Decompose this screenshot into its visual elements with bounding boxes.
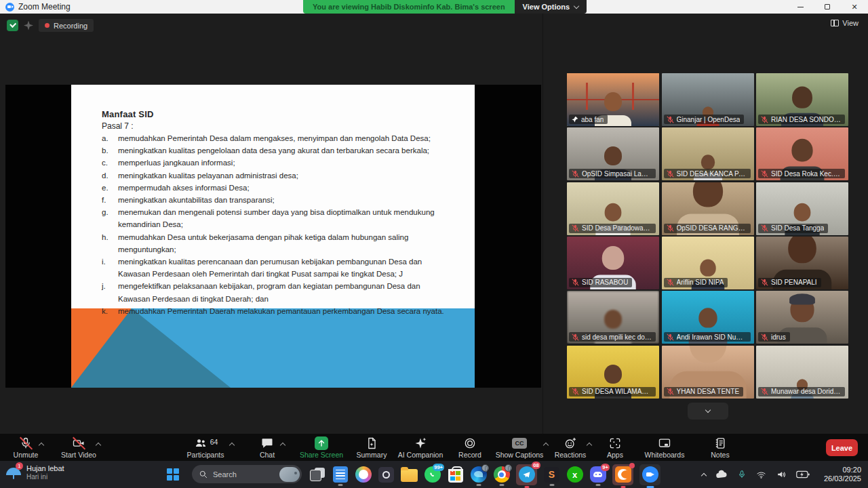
file-explorer-icon[interactable] [401,466,418,483]
participant-tile[interactable]: Andi Irawan SID Nunggi [662,291,754,344]
participant-name: OpSID Simpasai Lambu [582,170,652,178]
chrome-browser-icon[interactable] [493,466,510,483]
encryption-shield-icon[interactable] [7,20,18,31]
participant-tile[interactable]: sid desa mpili kec don... [567,291,659,344]
chevron-down-icon [574,3,579,8]
viewing-banner-text: You are viewing Habib Diskominfo Kab. Bi… [303,0,515,14]
apps-icon [599,436,631,450]
participant-tile[interactable]: SID DESA KANCA PAR... [662,127,754,180]
copilot-icon[interactable] [355,466,372,483]
pin-icon [572,116,578,123]
apps-button[interactable]: Apps [599,434,631,461]
wifi-icon[interactable] [755,470,767,480]
participants-label: Participants [177,451,234,459]
close-button[interactable]: ✕ [841,0,868,14]
show-captions-button[interactable]: CC Show Captions [490,434,549,461]
search-placeholder: Search [213,470,279,479]
microsoft-store-icon[interactable] [447,466,464,483]
participant-name: Munawar desa Doridu... [771,388,841,395]
slide-list-item: e.mempermudah akses informasi Desa; [102,182,451,194]
participant-tile[interactable]: YHAN DESA TENTE [662,346,754,399]
participant-name: SID Desa Paradowane ... [582,224,652,232]
participant-tile[interactable]: idrus [756,291,848,344]
sublime-text-icon[interactable]: S [543,466,560,483]
chat-icon [248,436,286,450]
umbrella-icon: 1 [5,464,22,481]
start-button[interactable] [167,468,179,481]
weather-condition: Hujan lebat [26,464,64,473]
leave-button[interactable]: Leave [826,439,858,456]
notes-button[interactable]: Notes [703,434,738,461]
telegram-icon[interactable]: 08 [516,464,537,485]
view-layout-button[interactable]: View [831,19,859,27]
unmute-button[interactable]: Unmute [7,434,45,461]
mic-muted-icon [667,333,674,341]
participants-grid: aba fanGinanjar | OpenDesaRIAN DESA SOND… [567,73,852,400]
show-more-participants-button[interactable] [688,403,728,420]
mic-muted-icon [761,279,768,286]
opensid-icon[interactable] [612,464,633,485]
telegram-badge: 08 [532,462,540,469]
participant-label: SID PENAPALI [758,278,821,287]
battery-charging-icon[interactable] [796,470,810,479]
share-screen-button[interactable]: Share Screen [296,434,347,461]
weather-period: Hari ini [26,473,64,481]
reactions-button[interactable]: Reactions [549,434,591,461]
onedrive-cloud-icon[interactable] [715,469,728,480]
whatsapp-icon[interactable]: 99+ [424,466,441,483]
task-view-button[interactable] [309,466,326,483]
maximize-button[interactable] [814,0,841,14]
mic-muted-icon [572,224,579,232]
summary-button[interactable]: Summary [351,434,392,461]
participant-tile[interactable]: SID Desa Paradowane ... [567,182,659,235]
discord-icon[interactable]: 9+ [589,466,606,483]
whiteboards-button[interactable]: Whiteboards [636,434,693,461]
participant-tile[interactable]: Ginanjar | OpenDesa [662,73,754,126]
hidden-icons-chevron[interactable] [701,472,707,478]
taskbar-clock[interactable]: 09:20 26/03/2025 [824,466,861,483]
participant-tile[interactable]: SID Desa Roka Kec. Bel... [756,127,848,180]
ai-companion-status-icon[interactable] [24,21,33,30]
participant-name: Ariflin SID NIPA [677,279,724,286]
participant-tile[interactable]: RIAN DESA SONDOSI... [756,73,848,126]
speaker-icon[interactable] [776,469,787,480]
reactions-label: Reactions [549,451,591,459]
meeting-area: Recording View Manfaat SID Pasal 7 : a.m… [0,14,868,434]
view-options-button[interactable]: View Options [515,0,587,14]
slide-list-item: d.meningkatkan kualitas pelayanan admini… [102,169,451,182]
edge-browser-icon[interactable] [470,466,487,483]
record-button[interactable]: Record [453,434,487,461]
participant-name: SID Desa Roka Kec. Bel... [771,170,841,178]
participant-tile[interactable]: aba fan [567,73,659,126]
zoom-taskbar-icon[interactable] [639,464,660,485]
ai-companion-button[interactable]: AI Companion [393,434,448,461]
participant-tile[interactable]: SID Desa Tangga [756,182,848,235]
participant-name: OpSID DESA RANGGA... [677,224,747,232]
participant-tile[interactable]: SID RASABOU [567,237,659,289]
participant-tile[interactable]: Munawar desa Doridu... [756,346,848,399]
participants-button[interactable]: 64 Participants [177,434,234,461]
participant-tile[interactable]: OpSID DESA RANGGA... [662,182,754,235]
apps-label: Apps [599,451,631,459]
notepad-icon[interactable] [332,466,349,483]
ai-companion-label: AI Companion [393,451,448,459]
participant-name: SID DESA KANCA PAR... [677,170,747,178]
search-box[interactable]: Search [192,465,302,483]
chat-button[interactable]: Chat [248,434,286,461]
participant-tile[interactable]: SID PENAPALI [756,237,848,289]
weather-widget[interactable]: 1 Hujan lebat Hari ini [5,464,64,481]
recording-indicator[interactable]: Recording [39,19,94,32]
mic-muted-icon [572,333,579,341]
participant-tile[interactable]: OpSID Simpasai Lambu [567,127,659,180]
whatsapp-badge: 99+ [433,464,444,471]
slide-subtitle: Pasal 7 : [102,121,451,131]
participant-name: RIAN DESA SONDOSI... [771,116,841,123]
minimize-button[interactable] [787,0,814,14]
participant-tile[interactable]: SID DESA WILAMACI-... [567,346,659,399]
microphone-tray-icon[interactable] [737,469,747,480]
participant-tile[interactable]: Ariflin SID NIPA [662,237,754,289]
xbox-icon[interactable]: x [566,466,583,483]
participant-label: OpSID DESA RANGGA... [664,224,751,233]
office-app-icon[interactable] [378,466,395,483]
start-video-button[interactable]: Start Video [54,434,103,461]
